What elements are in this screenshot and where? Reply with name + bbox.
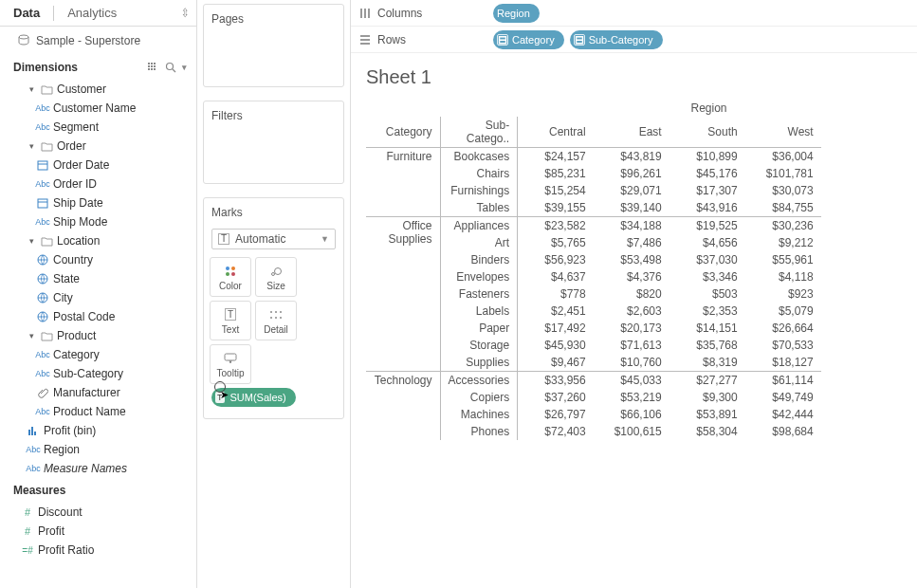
rows-shelf[interactable]: Rows ⊟Category⊟Sub-Category	[351, 27, 917, 53]
cell-value[interactable]: $18,127	[745, 354, 821, 372]
field-region[interactable]: AbcRegion	[9, 440, 191, 459]
cell-value[interactable]: $39,155	[518, 199, 594, 217]
cell-subcategory[interactable]: Furnishings	[440, 182, 518, 199]
folder-location[interactable]: ▾Location	[9, 231, 191, 250]
cell-subcategory[interactable]: Tables	[440, 199, 518, 217]
cell-value[interactable]: $4,637	[518, 268, 594, 285]
cell-category[interactable]: Furniture	[366, 148, 440, 217]
cell-value[interactable]: $503	[669, 285, 745, 303]
cell-value[interactable]: $55,961	[745, 251, 821, 268]
field-measure names[interactable]: AbcMeasure Names	[9, 459, 191, 478]
marks-size-button[interactable]: Size	[255, 257, 297, 297]
cell-value[interactable]: $56,923	[518, 251, 594, 268]
field-country[interactable]: Country	[9, 250, 191, 269]
cell-category[interactable]: OfficeSupplies	[366, 217, 440, 372]
field-product name[interactable]: AbcProduct Name	[9, 402, 191, 421]
header-region-east[interactable]: East	[594, 117, 669, 148]
cell-value[interactable]: $98,684	[745, 423, 821, 440]
search-icon[interactable]	[165, 62, 176, 73]
cell-value[interactable]: $19,525	[669, 217, 745, 235]
cell-subcategory[interactable]: Bookcases	[440, 148, 518, 166]
marks-pill-sum-sales[interactable]: T SUM(Sales)	[211, 388, 296, 407]
cell-value[interactable]: $45,930	[518, 337, 594, 354]
cell-value[interactable]: $820	[594, 285, 669, 303]
cell-value[interactable]: $45,176	[669, 165, 745, 182]
cell-value[interactable]: $2,353	[669, 303, 745, 320]
field-category[interactable]: AbcCategory	[9, 345, 191, 364]
cell-subcategory[interactable]: Art	[440, 234, 518, 251]
cell-value[interactable]: $14,151	[669, 320, 745, 337]
field-customer name[interactable]: AbcCustomer Name	[9, 99, 191, 118]
cell-value[interactable]: $70,533	[745, 337, 821, 354]
header-region-west[interactable]: West	[745, 117, 821, 148]
cell-value[interactable]: $26,664	[745, 320, 821, 337]
cell-subcategory[interactable]: Envelopes	[440, 268, 518, 285]
menu-caret-icon[interactable]: ▾	[182, 63, 187, 72]
cell-value[interactable]: $45,033	[594, 372, 669, 390]
cell-value[interactable]: $3,346	[669, 268, 745, 285]
field-order date[interactable]: Order Date	[9, 156, 191, 175]
measure-profit ratio[interactable]: =#Profit Ratio	[9, 541, 191, 560]
measure-profit[interactable]: #Profit	[9, 522, 191, 541]
cell-subcategory[interactable]: Appliances	[440, 217, 518, 235]
cell-value[interactable]: $17,307	[669, 182, 745, 199]
cell-value[interactable]: $33,956	[518, 372, 594, 390]
cell-value[interactable]: $10,760	[594, 354, 669, 372]
cell-subcategory[interactable]: Accessories	[440, 372, 518, 390]
cell-value[interactable]: $5,079	[745, 303, 821, 320]
pill-sub-category[interactable]: ⊟Sub-Category	[570, 30, 663, 49]
pages-shelf[interactable]: Pages	[203, 4, 344, 87]
tab-data[interactable]: Data	[0, 0, 53, 26]
cell-value[interactable]: $85,231	[518, 165, 594, 182]
cell-subcategory[interactable]: Fasteners	[440, 285, 518, 303]
cell-value[interactable]: $53,219	[594, 389, 669, 406]
marks-type-select[interactable]: T Automatic ▼	[211, 229, 336, 249]
cell-value[interactable]: $23,582	[518, 217, 594, 235]
cell-value[interactable]: $5,765	[518, 234, 594, 251]
cell-value[interactable]: $20,173	[594, 320, 669, 337]
header-category[interactable]: Category	[366, 117, 440, 148]
cell-value[interactable]: $9,300	[669, 389, 745, 406]
cell-subcategory[interactable]: Labels	[440, 303, 518, 320]
cell-value[interactable]: $71,613	[594, 337, 669, 354]
marks-text-button[interactable]: T Text	[210, 301, 251, 340]
cell-value[interactable]: $30,236	[745, 217, 821, 235]
cell-value[interactable]: $101,781	[745, 165, 821, 182]
cell-value[interactable]: $53,891	[669, 406, 745, 423]
cell-value[interactable]: $37,260	[518, 389, 594, 406]
cell-value[interactable]: $49,749	[745, 389, 821, 406]
cell-value[interactable]: $96,261	[594, 165, 669, 182]
cell-category[interactable]: Technology	[366, 372, 440, 441]
field-profit (bin)[interactable]: Profit (bin)	[9, 421, 191, 440]
pill-category[interactable]: ⊟Category	[493, 30, 564, 49]
field-postal code[interactable]: Postal Code	[9, 307, 191, 326]
cell-value[interactable]: $39,140	[594, 199, 669, 217]
view-as-icon[interactable]	[148, 63, 159, 72]
cell-value[interactable]: $4,118	[745, 268, 821, 285]
cell-value[interactable]: $35,768	[669, 337, 745, 354]
cell-value[interactable]: $66,106	[594, 406, 669, 423]
folder-product[interactable]: ▾Product	[9, 326, 191, 345]
cell-value[interactable]: $4,376	[594, 268, 669, 285]
cell-value[interactable]: $17,492	[518, 320, 594, 337]
cell-value[interactable]: $24,157	[518, 148, 594, 166]
cell-value[interactable]: $7,486	[594, 234, 669, 251]
header-region-south[interactable]: South	[669, 117, 745, 148]
cell-value[interactable]: $30,073	[745, 182, 821, 199]
header-subcategory[interactable]: Sub-Catego..	[440, 117, 518, 148]
marks-detail-button[interactable]: Detail	[255, 301, 297, 340]
cell-value[interactable]: $58,304	[669, 423, 745, 440]
measure-discount[interactable]: #Discount	[9, 503, 191, 522]
cell-value[interactable]: $9,467	[518, 354, 594, 372]
cell-subcategory[interactable]: Storage	[440, 337, 518, 354]
cell-value[interactable]: $15,254	[518, 182, 594, 199]
cell-value[interactable]: $2,451	[518, 303, 594, 320]
cell-value[interactable]: $27,277	[669, 372, 745, 390]
pill-region[interactable]: Region	[493, 4, 540, 23]
cell-subcategory[interactable]: Supplies	[440, 354, 518, 372]
field-sub-category[interactable]: AbcSub-Category	[9, 364, 191, 383]
cell-value[interactable]: $34,188	[594, 217, 669, 235]
filters-shelf[interactable]: Filters	[203, 101, 344, 184]
cell-value[interactable]: $43,819	[594, 148, 669, 166]
field-ship mode[interactable]: AbcShip Mode	[9, 212, 191, 231]
